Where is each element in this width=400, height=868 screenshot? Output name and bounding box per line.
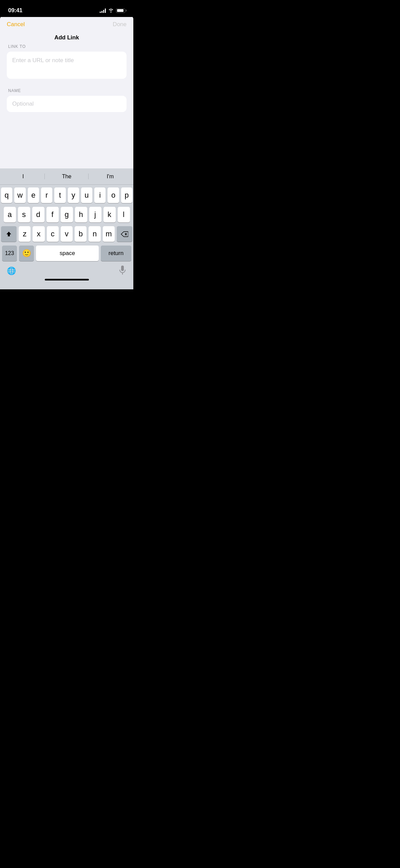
key-k[interactable]: k [103,207,116,222]
home-indicator [0,277,133,283]
link-to-input[interactable] [7,52,127,79]
bottom-row: 123 🙂 space return [1,246,132,261]
key-o[interactable]: o [108,187,119,203]
signal-bars-icon [100,8,106,13]
keyboard-rows: q w e r t y u i o p a s d f g h j k [0,185,133,261]
key-j[interactable]: j [89,207,101,222]
key-b[interactable]: b [75,226,87,242]
key-q[interactable]: q [1,187,12,203]
autocomplete-bar: I The I'm [0,168,133,185]
page-title: Add Link [54,34,79,41]
name-label: NAME [7,88,127,93]
name-section: NAME [7,88,127,112]
battery-icon [116,8,125,13]
main-sheet: Cancel Add Link Done LINK TO NAME I The … [0,15,133,289]
key-y[interactable]: y [68,187,79,203]
form-content: LINK TO NAME [0,34,133,112]
home-bar [45,279,89,281]
icon-row: 🌐 [0,263,133,277]
key-m[interactable]: m [103,226,115,242]
keyboard: I The I'm q w e r t y u i o p a s [0,168,133,289]
key-row-2: a s d f g h j k l [1,207,132,222]
key-r[interactable]: r [41,187,52,203]
key-p[interactable]: p [121,187,132,203]
key-e[interactable]: e [28,187,39,203]
nav-bar: Cancel Add Link Done [0,15,133,34]
battery-fill [117,9,124,12]
autocomplete-item-2[interactable]: The [45,171,88,182]
name-input[interactable] [7,96,127,112]
status-icons [100,8,125,13]
microphone-icon[interactable] [118,265,127,277]
link-to-label: LINK TO [7,44,127,49]
key-h[interactable]: h [75,207,87,222]
key-v[interactable]: v [61,226,73,242]
space-key[interactable]: space [36,246,99,261]
key-g[interactable]: g [61,207,73,222]
numbers-key[interactable]: 123 [2,246,17,261]
wifi-icon [108,8,114,13]
link-to-section: LINK TO [7,44,127,80]
key-f[interactable]: f [46,207,59,222]
key-i[interactable]: i [94,187,106,203]
delete-key[interactable] [117,226,132,242]
key-s[interactable]: s [18,207,30,222]
shift-key[interactable] [1,226,17,242]
status-time: 09:41 [8,7,22,14]
key-u[interactable]: u [81,187,92,203]
key-d[interactable]: d [32,207,44,222]
return-key[interactable]: return [101,246,131,261]
key-a[interactable]: a [4,207,16,222]
globe-icon[interactable]: 🌐 [7,267,16,275]
key-l[interactable]: l [118,207,130,222]
key-c[interactable]: c [47,226,59,242]
status-bar: 09:41 [0,0,133,17]
autocomplete-item-3[interactable]: I'm [89,171,132,182]
emoji-key[interactable]: 🙂 [19,246,34,261]
key-row-1: q w e r t y u i o p [1,187,132,203]
done-button[interactable]: Done [113,21,127,28]
key-z[interactable]: z [19,226,31,242]
svg-rect-0 [121,266,124,271]
autocomplete-item-1[interactable]: I [1,171,45,182]
key-t[interactable]: t [54,187,65,203]
key-row-3: z x c v b n m [1,226,132,242]
cancel-button[interactable]: Cancel [7,21,25,28]
key-w[interactable]: w [14,187,25,203]
key-n[interactable]: n [89,226,100,242]
key-x[interactable]: x [33,226,44,242]
